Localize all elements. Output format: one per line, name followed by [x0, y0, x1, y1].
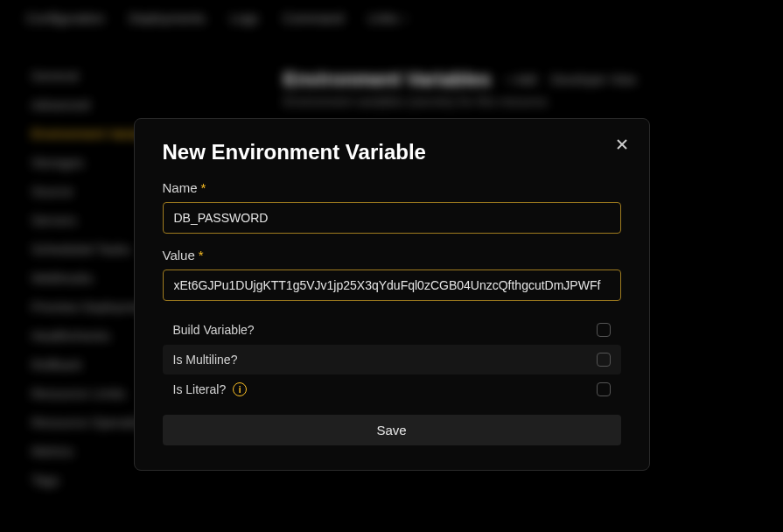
- new-env-var-modal: New Environment Variable Name * Value * …: [134, 118, 650, 471]
- literal-row: Is Literal? i: [163, 374, 621, 404]
- name-label-text: Name: [163, 180, 198, 195]
- literal-checkbox[interactable]: [597, 382, 611, 396]
- required-indicator: *: [199, 248, 204, 262]
- value-input[interactable]: [163, 270, 621, 301]
- build-variable-label: Build Variable?: [173, 323, 255, 337]
- build-variable-row: Build Variable?: [163, 315, 621, 345]
- save-button[interactable]: Save: [163, 415, 621, 445]
- name-input[interactable]: [163, 202, 621, 234]
- required-indicator: *: [201, 180, 206, 195]
- modal-overlay: New Environment Variable Name * Value * …: [0, 0, 783, 532]
- value-label: Value *: [163, 248, 621, 262]
- literal-label: Is Literal?: [173, 382, 227, 396]
- name-label: Name *: [163, 180, 621, 195]
- multiline-label: Is Multiline?: [173, 353, 238, 367]
- build-variable-checkbox[interactable]: [597, 323, 611, 337]
- value-label-text: Value: [163, 248, 195, 262]
- info-icon[interactable]: i: [233, 382, 247, 396]
- close-icon: [615, 137, 629, 151]
- modal-title: New Environment Variable: [163, 140, 621, 164]
- close-button[interactable]: [612, 135, 632, 154]
- multiline-checkbox[interactable]: [597, 353, 611, 367]
- multiline-row: Is Multiline?: [163, 345, 621, 374]
